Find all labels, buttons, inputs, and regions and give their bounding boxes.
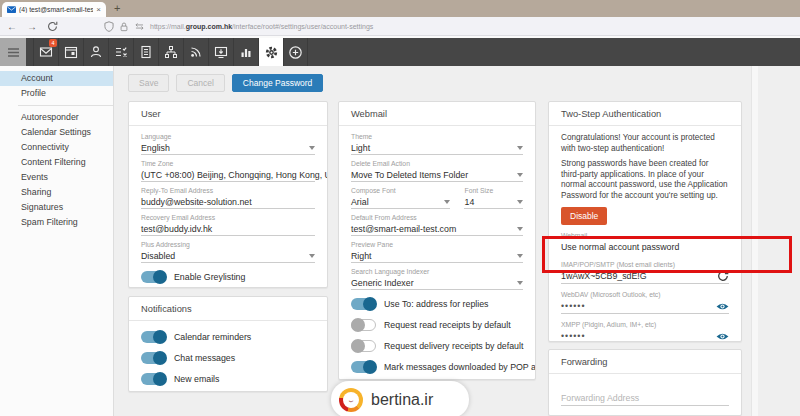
chevron-down-icon [309,254,315,258]
theme-field[interactable]: Theme Light [351,133,523,155]
recovery-email-field[interactable]: Recovery Email Address test@buddy.idv.hk [141,214,315,236]
toolbar-contacts-button[interactable] [83,38,108,66]
bertina-watermark: ب bertina.ir [331,381,469,416]
toolbar-settings-button[interactable] [258,38,283,66]
chevron-down-icon [517,254,523,258]
chevron-down-icon [517,200,523,204]
notifications-card: Notifications Calendar reminders Chat me… [128,296,328,392]
sidebar-item-events[interactable]: Events [0,170,113,185]
toolbar-calendar-button[interactable] [58,38,83,66]
watermark-text: bertina.ir [371,391,433,409]
sidebar-item-sharing[interactable]: Sharing [0,185,113,200]
user-card: User Language English Time Zone (UTC +08… [128,101,328,288]
webmail-card: Webmail Theme Light Delete Email Action … [338,101,536,380]
use-to-address-toggle[interactable] [351,298,376,310]
bertina-logo-icon: ب [339,388,363,412]
chevron-down-icon [517,227,523,231]
webdav-password-row: WebDAV (Microsoft Outlook, etc) •••••• [561,291,729,314]
compose-font-field[interactable]: Compose Font Arial [351,187,450,209]
new-tab-button[interactable]: + [114,0,120,17]
toolbar-file-storage-button[interactable] [208,38,233,66]
divider [18,105,113,106]
mail-badge: 4 [49,39,57,47]
delivery-receipts-toggle[interactable] [351,340,376,352]
sidebar-item-connectivity[interactable]: Connectivity [0,140,113,155]
toolbar-add-new-button[interactable] [283,38,308,66]
chevron-down-icon [309,146,315,150]
browser-tab-bar: (4) test@smart-email-test.com × + [0,0,800,17]
toolbar-news-feed-button[interactable] [183,38,208,66]
mail-favicon-icon [7,5,16,14]
sidebar-item-calendar-settings[interactable]: Calendar Settings [0,125,113,140]
toolbar-notes-button[interactable] [133,38,158,66]
disable-button[interactable]: Disable [561,207,607,225]
chevron-down-icon [517,173,523,177]
url-text: https://mail.group.com.hk/interface/root… [150,23,373,30]
new-emails-toggle[interactable] [141,373,166,385]
font-size-field[interactable]: Font Size 14 [464,187,523,209]
two-step-message-1: Congratulations! Your account is protect… [561,133,729,154]
reveal-password-icon[interactable] [716,302,729,311]
chevron-down-icon [517,281,523,285]
default-from-address-field[interactable]: Default From Address test@smart-email-te… [351,214,523,236]
screen: (4) test@smart-email-test.com × + ← → ht… [0,0,800,416]
save-button[interactable]: Save [128,74,169,92]
xmpp-password-row: XMPP (Pidgin, Adium, IM+, etc) •••••• [561,321,729,342]
time-zone-field[interactable]: Time Zone (UTC +08:00) Beijing, Chongqin… [141,160,315,182]
back-icon[interactable]: ← [4,21,20,32]
pop-mark-read-toggle[interactable] [351,361,376,373]
sidebar-item-content-filtering[interactable]: Content Filtering [0,155,113,170]
read-receipts-toggle[interactable] [351,319,376,331]
tab-close-icon[interactable]: × [96,6,101,14]
cancel-button[interactable]: Cancel [176,74,224,92]
user-card-title: User [129,102,327,126]
lock-icon [119,21,129,32]
toolbar-tasks-button[interactable] [108,38,133,66]
search-language-indexer-field[interactable]: Search Language Indexer Generic Indexer [351,268,523,290]
browser-tab[interactable]: (4) test@smart-email-test.com × [2,2,106,17]
toolbar-reports-button[interactable] [233,38,258,66]
send-tab-icon [134,22,145,31]
forward-icon[interactable]: → [24,21,40,32]
chevron-down-icon [444,200,450,204]
menu-grip-icon[interactable] [0,38,26,66]
preview-pane-field[interactable]: Preview Pane Right [351,241,523,263]
sidebar-item-profile[interactable]: Profile [0,86,113,101]
plus-addressing-field[interactable]: Plus Addressing Disabled [141,241,315,263]
two-step-card: Two-Step Authentication Congratulations!… [548,101,742,342]
toolbar-connections-button[interactable] [158,38,183,66]
highlight-annotation [542,236,792,273]
language-field[interactable]: Language English [141,133,315,155]
sidebar-item-account[interactable]: Account [0,71,113,86]
reload-icon[interactable] [44,21,60,32]
change-password-button[interactable]: Change Password [232,74,323,92]
settings-sidebar: Account Profile Autoresponder Calendar S… [0,66,114,416]
sidebar-item-spam-filtering[interactable]: Spam Filtering [0,215,113,230]
webmail-card-title: Webmail [339,102,535,126]
chat-messages-toggle[interactable] [141,352,166,364]
chevron-down-icon [517,146,523,150]
tab-title: (4) test@smart-email-test.com [19,6,93,13]
reveal-password-icon[interactable] [716,332,729,341]
action-buttons: Save Cancel Change Password [128,74,323,92]
forwarding-card: Forwarding [548,349,742,416]
app-toolbar: 4 [0,38,800,66]
delete-email-action-field[interactable]: Delete Email Action Move To Deleted Item… [351,160,523,182]
two-step-message-2: Strong passwords have been created for t… [561,159,729,201]
shield-icon [104,21,114,32]
toolbar-mail-button[interactable]: 4 [33,38,58,66]
reply-to-field[interactable]: Reply-To Email Address buddy@website-sol… [141,187,315,209]
notifications-card-title: Notifications [129,297,327,321]
two-step-card-title: Two-Step Authentication [549,102,741,126]
calendar-reminders-toggle[interactable] [141,331,166,343]
forwarding-card-title: Forwarding [549,350,741,374]
sidebar-item-autoresponder[interactable]: Autoresponder [0,110,113,125]
enable-greylisting-toggle[interactable] [141,271,166,283]
url-field[interactable]: https://mail.group.com.hk/interface/root… [104,21,373,32]
sidebar-item-signatures[interactable]: Signatures [0,200,113,215]
forwarding-address-input[interactable] [561,390,729,406]
address-bar: ← → https://mail.group.com.hk/interface/… [0,17,800,36]
